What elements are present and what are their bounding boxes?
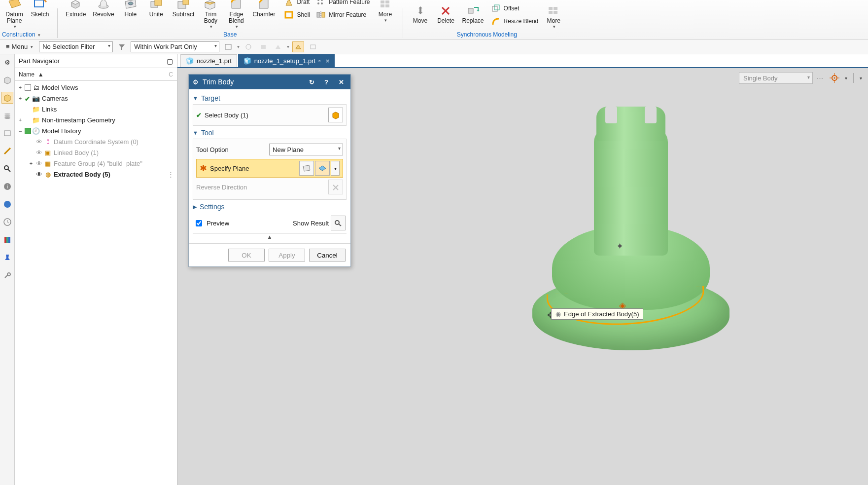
pin-icon[interactable]: ▢ [167, 57, 173, 65]
selection-filter-combo[interactable]: No Selection Filter [39, 41, 113, 52]
section-tool[interactable]: ▼Tool [193, 126, 347, 139]
chevron-down-icon[interactable]: ▾ [287, 44, 289, 49]
select-body-button[interactable] [328, 108, 343, 122]
visibility-off-icon: 👁 [35, 149, 43, 156]
body-filter-combo[interactable]: Single Body [739, 72, 813, 84]
sketch-button[interactable]: Sketch [28, 0, 52, 30]
edge-blend-button[interactable]: EdgeBlend▾ [224, 0, 248, 30]
nav-column-header[interactable]: Name ▲ C [15, 68, 177, 81]
close-icon[interactable]: ✕ [336, 76, 347, 87]
dialog-collapse-grip[interactable]: ▲ [193, 233, 347, 239]
snap-point-button[interactable] [828, 72, 841, 84]
chamfer-button[interactable]: Chamfer [249, 0, 278, 30]
svg-marker-47 [4, 95, 10, 102]
svg-text:i: i [6, 184, 7, 189]
rail-palette-icon[interactable] [1, 234, 13, 246]
toolbar-button-1[interactable] [222, 41, 234, 52]
rail-clock-icon[interactable] [1, 216, 13, 228]
rail-info-icon[interactable]: i [1, 181, 13, 192]
rail-globe-icon[interactable] [1, 198, 13, 210]
more-sync-button[interactable]: More▾ [541, 2, 566, 30]
tree-node-feature-group[interactable]: +👁▦Feature Group (4) "build_plate" [15, 158, 177, 169]
reverse-icon [331, 183, 340, 191]
check-icon: ✔ [196, 112, 202, 119]
graphics-viewport[interactable]: ⚙ Trim Body ↻ ? ✕ ▼Target ✔Select Body (… [177, 68, 868, 485]
rail-pin-icon[interactable] [1, 252, 13, 263]
show-result-button[interactable] [331, 216, 346, 230]
resize-blend-button[interactable]: Resize Blend [488, 15, 541, 28]
plane-method-dropdown[interactable]: ▾ [331, 161, 340, 176]
more-label: More [547, 18, 560, 24]
hole-button[interactable]: Hole [118, 0, 143, 30]
rail-settings-icon[interactable]: ⚙ [1, 56, 13, 68]
help-icon[interactable]: ? [321, 76, 332, 87]
move-button[interactable]: Move [408, 2, 433, 30]
toolbar-button-4[interactable] [272, 41, 284, 52]
chevron-down-icon[interactable]: ▾ [845, 75, 847, 81]
chevron-down-icon[interactable]: ▾ [860, 75, 862, 81]
toolbar-button-5[interactable] [307, 41, 319, 52]
offset-button[interactable]: Offset [488, 2, 541, 15]
dialog-titlebar[interactable]: ⚙ Trim Body ↻ ? ✕ [189, 75, 350, 89]
shell-button[interactable]: Shell [281, 8, 312, 21]
rail-search-icon[interactable] [1, 163, 13, 175]
toolbar-button-2[interactable] [243, 41, 254, 52]
tree-node-extracted-body[interactable]: 👁◍Extracted Body (5)⋮ [15, 169, 177, 180]
svg-rect-28 [385, 4, 389, 7]
preview-checkbox-input[interactable] [196, 220, 202, 226]
more-base-button[interactable]: More▾ [373, 0, 398, 30]
rail-box-icon[interactable] [1, 127, 13, 139]
rail-measure-icon[interactable] [1, 145, 13, 157]
tree-node-datum-cs[interactable]: 👁⟟Datum Coordinate System (0) [15, 136, 177, 147]
model-preview: ✦ ◈ ✥ [518, 98, 744, 359]
preview-checkbox[interactable]: Preview [194, 219, 229, 228]
toolbar-button-3[interactable] [257, 41, 269, 52]
tool-option-combo[interactable]: New Plane [269, 144, 343, 155]
subtract-icon [174, 0, 193, 11]
tree-node-links[interactable]: 📁Links [15, 104, 177, 114]
cancel-button[interactable]: Cancel [309, 249, 346, 261]
toolbar-button-highlight[interactable] [292, 41, 304, 52]
close-icon[interactable]: × [326, 57, 330, 65]
rail-layers-icon[interactable] [1, 110, 13, 121]
trim-body-button[interactable]: TrimBody▾ [198, 0, 223, 30]
svg-rect-61 [6, 237, 8, 243]
section-target[interactable]: ▼Target [193, 91, 347, 104]
reset-icon[interactable]: ↻ [306, 76, 317, 87]
unite-button[interactable]: Unite [144, 0, 169, 30]
menu-button[interactable]: ≡ Menu ▾ [3, 42, 36, 51]
tab-nozzle-setup[interactable]: 🧊nozzle_1_setup_1.prt▫× [238, 54, 335, 67]
separator [853, 73, 854, 83]
tree-node-history[interactable]: –🕘Model History [15, 125, 177, 136]
svg-rect-33 [492, 6, 497, 11]
tree-node-linked-body[interactable]: 👁▣Linked Body (1) [15, 147, 177, 158]
draft-button[interactable]: Draft [281, 0, 312, 8]
construction-group-label[interactable]: Construction ▾ [2, 30, 40, 38]
tree-node-cameras[interactable]: +✔📷Cameras [15, 93, 177, 104]
separator [57, 8, 58, 38]
chevron-down-icon[interactable]: ▾ [237, 44, 240, 49]
svg-rect-25 [381, 0, 384, 3]
replace-button[interactable]: Replace [459, 2, 487, 30]
extrude-button[interactable]: Extrude [63, 0, 89, 30]
datum-plane-button[interactable]: DatumPlane ▾ [2, 0, 27, 30]
rail-active-icon[interactable] [1, 92, 13, 104]
svg-point-7 [128, 2, 133, 5]
tree-node-model-views[interactable]: +🗂Model Views [15, 82, 177, 93]
subtract-button[interactable]: Subtract [170, 0, 198, 30]
section-settings[interactable]: ▶Settings [193, 200, 347, 213]
pattern-button[interactable]: Pattern Feature [313, 0, 372, 8]
tree-node-non-ts[interactable]: +📁Non-timestamp Geometry [15, 114, 177, 125]
selection-scope-combo[interactable]: Within Work Part Only [131, 41, 219, 52]
svg-marker-46 [4, 77, 10, 84]
tab-nozzle-1[interactable]: 🧊nozzle_1.prt [180, 54, 237, 67]
revolve-button[interactable]: Revolve [90, 0, 117, 30]
rail-cube-icon[interactable] [1, 74, 13, 86]
plane-dialog-button[interactable] [299, 161, 314, 176]
rail-tools-icon[interactable] [1, 269, 13, 281]
delete-button[interactable]: Delete [434, 2, 458, 30]
filter-icon-button[interactable] [116, 41, 128, 52]
more-dots-icon[interactable]: ⋯ [817, 75, 824, 82]
inferred-plane-button[interactable] [315, 161, 330, 176]
mirror-button[interactable]: Mirror Feature [313, 8, 372, 21]
